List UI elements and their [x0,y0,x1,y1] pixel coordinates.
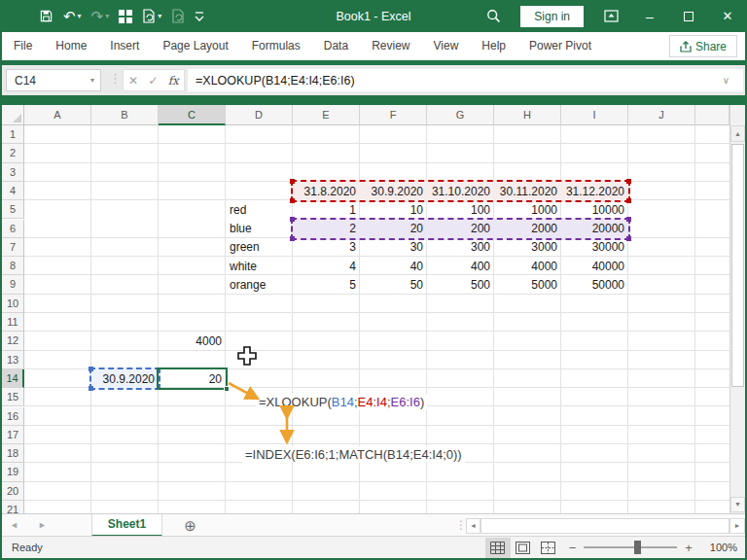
close-button[interactable]: ✕ [708,0,747,32]
cell-F5[interactable]: 10 [360,200,427,219]
enter-icon[interactable]: ✓ [148,74,158,88]
row-header-14[interactable]: 14 [2,369,24,388]
cell-F9[interactable]: 50 [360,275,427,294]
cell-F8[interactable]: 40 [360,257,427,275]
zoom-level[interactable]: 100% [700,542,741,553]
row-header-17[interactable]: 17 [2,426,24,444]
zoom-slider[interactable] [584,546,677,548]
row-header-4[interactable]: 4 [2,182,24,200]
select-all-corner[interactable] [2,105,24,125]
customize-qat-icon[interactable] [195,11,204,22]
cell-D6[interactable]: blue [226,220,293,238]
cell-H7[interactable]: 3000 [494,238,561,257]
cell-G4[interactable]: 31.10.2020 [427,182,494,200]
fill-handle[interactable] [224,386,230,392]
cell-H4[interactable]: 30.11.2020 [494,182,561,200]
hscroll-right-icon[interactable]: ► [729,518,745,534]
row-header-18[interactable]: 18 [2,444,24,463]
row-header-21[interactable]: 21 [2,501,24,513]
row-header-1[interactable]: 1 [2,125,24,144]
share-button[interactable]: Share [669,35,737,57]
horizontal-scrollbar[interactable] [480,518,729,534]
ribbon-tab-page-layout[interactable]: Page Layout [151,32,239,60]
row-header-5[interactable]: 5 [2,200,24,219]
row-header-7[interactable]: 7 [2,238,24,257]
row-header-16[interactable]: 16 [2,407,24,426]
cell-F7[interactable]: 30 [360,238,427,257]
page-break-preview-button[interactable] [536,538,561,558]
cell-E9[interactable]: 5 [293,275,360,294]
col-header-J[interactable]: J [628,105,695,125]
scroll-down-icon[interactable]: ▼ [730,497,745,512]
search-icon[interactable] [474,0,513,32]
row-header-10[interactable]: 10 [2,295,24,313]
cell-H8[interactable]: 4000 [494,257,561,275]
sign-in-button[interactable]: Sign in [520,6,584,27]
sheet-nav-right-icon[interactable]: ► [28,520,56,530]
zoom-slider-handle[interactable] [634,541,641,554]
row-header-3[interactable]: 3 [2,163,24,182]
zoom-out-icon[interactable]: − [561,541,585,555]
save-icon[interactable] [39,9,53,23]
vertical-scrollbar-thumb[interactable] [731,144,744,387]
cell-E8[interactable]: 4 [293,257,360,275]
formula-input[interactable]: =XLOOKUP(B14;E4:I4;E6:I6) ∨ [188,69,743,91]
cell-E4[interactable]: 31.8.2020 [293,182,360,200]
maximize-button[interactable] [669,0,708,32]
cell-E6[interactable]: 2 [293,220,360,238]
cell-D5[interactable]: red [226,200,293,219]
expand-formula-bar-icon[interactable]: ∨ [723,75,729,86]
col-header-G[interactable]: G [427,105,494,125]
ribbon-tab-power-pivot[interactable]: Power Pivot [517,32,603,60]
row-header-19[interactable]: 19 [2,463,24,481]
ribbon-tab-file[interactable]: File [0,32,44,60]
cell-G6[interactable]: 200 [427,220,494,238]
ribbon-tab-view[interactable]: View [422,32,471,60]
scroll-up-icon[interactable]: ▲ [730,125,745,142]
cell-E5[interactable]: 1 [293,200,360,219]
paste-preview-button[interactable]: ▾ [142,9,161,23]
row-header-8[interactable]: 8 [2,257,24,275]
cell-D7[interactable]: green [226,238,293,257]
ribbon-tab-help[interactable]: Help [470,32,517,60]
cell-I7[interactable]: 30000 [561,238,628,257]
row-header-11[interactable]: 11 [2,313,24,332]
col-header-I[interactable]: I [561,105,628,125]
cell-H9[interactable]: 5000 [494,275,561,294]
cell-F4[interactable]: 30.9.2020 [360,182,427,200]
cell-H5[interactable]: 1000 [494,200,561,219]
cell-I9[interactable]: 50000 [561,275,628,294]
minimize-button[interactable]: – [630,0,669,32]
name-box-dropdown-icon[interactable]: ▾ [90,76,94,85]
hscroll-left-icon[interactable]: ◄ [466,518,480,534]
cell-G5[interactable]: 100 [427,200,494,219]
row-header-6[interactable]: 6 [2,220,24,238]
col-header-A[interactable]: A [24,105,91,125]
row-header-12[interactable]: 12 [2,332,24,350]
cell-E7[interactable]: 3 [293,238,360,257]
cell-B14[interactable]: 30.9.2020 [91,369,159,388]
col-header-partial[interactable] [695,105,729,125]
vertical-scrollbar[interactable]: ▲ ▼ [729,105,745,513]
ribbon-tab-home[interactable]: Home [44,32,98,60]
page-layout-view-button[interactable] [511,538,536,558]
cancel-icon[interactable]: ✕ [128,74,138,88]
cell-D9[interactable]: orange [226,275,293,294]
undo-dropdown-icon[interactable]: ▾ [78,13,82,20]
formula-bar-handle-icon[interactable]: ⋮ [109,71,122,86]
col-header-E[interactable]: E [293,105,360,125]
col-header-D[interactable]: D [226,105,293,125]
col-header-H[interactable]: H [494,105,561,125]
cell-C12[interactable]: 4000 [159,332,226,350]
zoom-in-icon[interactable]: + [677,541,700,555]
ribbon-tab-data[interactable]: Data [312,32,360,60]
col-header-F[interactable]: F [360,105,427,125]
ribbon-display-options-icon[interactable] [591,0,630,32]
spreadsheet-grid[interactable]: ABCDEFGHIJ123456789101112131415161718192… [2,105,729,513]
cell-G7[interactable]: 300 [427,238,494,257]
row-header-13[interactable]: 13 [2,351,24,369]
cell-H6[interactable]: 2000 [494,220,561,238]
sheet-nav-left-icon[interactable]: ◄ [0,520,28,530]
new-sheet-icon[interactable]: ⊕ [184,518,196,533]
undo-button[interactable]: ↶▾ [63,9,82,23]
